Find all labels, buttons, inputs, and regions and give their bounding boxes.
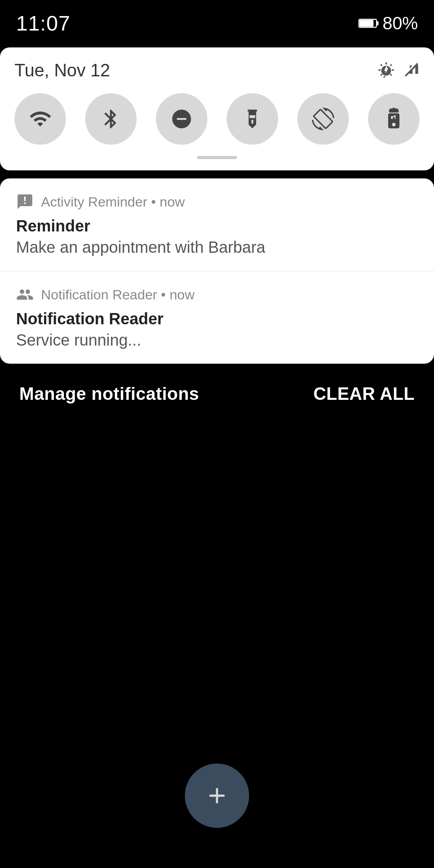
notification-reader-icon [16, 286, 34, 303]
alarm-icon [378, 62, 395, 79]
flashlight-icon [241, 108, 264, 130]
drag-handle-bar [197, 156, 237, 159]
battery-saver-icon: + [383, 108, 405, 130]
bluetooth-icon [100, 108, 122, 130]
notification-activity-reminder[interactable]: Activity Reminder • now Reminder Make an… [0, 178, 434, 271]
notification-meta-2: Notification Reader • now [41, 287, 194, 303]
clear-all-button[interactable]: CLEAR ALL [313, 384, 415, 404]
flashlight-toggle[interactable] [227, 93, 278, 145]
drag-handle [14, 156, 420, 159]
quick-toggles: + [14, 93, 420, 145]
svg-rect-1 [377, 21, 379, 25]
notification-header-2: Notification Reader • now [16, 286, 418, 303]
notification-title-2: Notification Reader [16, 310, 418, 328]
autorotate-icon [312, 108, 334, 130]
date-display: Tue, Nov 12 [14, 60, 110, 80]
autorotate-toggle[interactable] [297, 93, 349, 145]
battery-saver-toggle[interactable]: + [368, 93, 420, 145]
battery-indicator [358, 18, 379, 29]
svg-rect-2 [359, 20, 373, 27]
dnd-toggle[interactable] [156, 93, 207, 145]
quick-settings-panel: Tue, Nov 12 [0, 47, 434, 170]
status-right: 80% [358, 13, 418, 33]
notifications-panel: Activity Reminder • now Reminder Make an… [0, 178, 434, 364]
svg-text:+: + [391, 115, 397, 126]
bluetooth-toggle[interactable] [85, 93, 137, 145]
battery-icon: 80% [358, 13, 418, 33]
notification-meta-1: Activity Reminder • now [41, 194, 185, 210]
notification-header-1: Activity Reminder • now [16, 193, 418, 211]
signal-off-icon [403, 62, 420, 79]
fab-container [185, 764, 249, 828]
manage-notifications-button[interactable]: Manage notifications [19, 384, 199, 404]
status-time: 11:07 [16, 11, 70, 35]
notification-title-1: Reminder [16, 217, 418, 235]
notification-body-1: Make an appointment with Barbara [16, 238, 418, 256]
status-bar: 11:07 80% [0, 0, 434, 43]
dnd-icon [170, 108, 193, 130]
battery-percent: 80% [383, 13, 418, 33]
fab-button[interactable] [185, 764, 249, 828]
notification-body-2: Service running... [16, 331, 418, 349]
date-status-icons [378, 62, 420, 79]
wifi-icon [29, 108, 51, 130]
wifi-toggle[interactable] [14, 93, 66, 145]
add-icon [204, 783, 230, 809]
notification-reader[interactable]: Notification Reader • now Notification R… [0, 271, 434, 364]
bottom-bar: Manage notifications CLEAR ALL [0, 364, 434, 424]
activity-reminder-icon [16, 193, 34, 211]
date-row: Tue, Nov 12 [14, 60, 420, 80]
